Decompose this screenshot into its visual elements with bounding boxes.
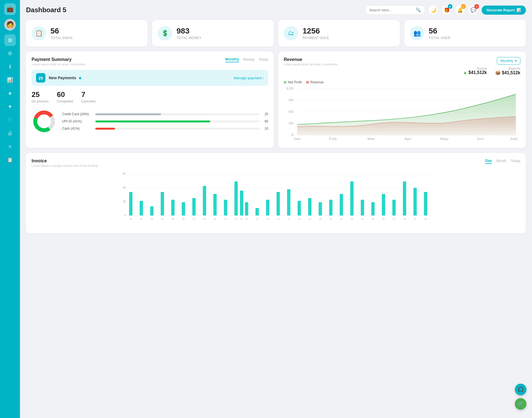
svg-text:30: 30 [424,218,427,220]
bell-icon-button[interactable]: 🔔 12 [455,5,465,15]
income-value: ▲ $41,512k [463,70,487,75]
sidebar-item-settings[interactable]: ⚙ [4,48,16,59]
svg-text:24: 24 [361,218,364,220]
sidebar-item-favorites[interactable]: ★ [4,88,16,99]
svg-rect-38 [182,202,185,216]
search-box[interactable]: 🔍 [365,5,425,15]
tab-today[interactable]: Today [259,57,268,62]
svg-text:60: 60 [289,110,294,113]
svg-text:26: 26 [382,218,385,220]
tab-today[interactable]: Today [511,158,520,164]
svg-text:120: 120 [286,87,294,90]
stat-payment-label: PAYMENT SALE [303,36,329,40]
stat-user-number: 56 [429,27,451,35]
svg-rect-70 [340,194,343,216]
revenue-area-chart: 120 90 60 30 0 [284,86,520,141]
gift-icon-button[interactable]: 🎁 2 [442,5,452,15]
invoice-tab-group: Day Month Today [485,158,520,164]
svg-text:20: 20 [123,200,126,203]
tab-month[interactable]: Month [496,158,506,164]
gift-badge: 2 [448,4,452,9]
svg-rect-46 [224,200,227,216]
sidebar-item-info[interactable]: ℹ [4,61,16,73]
svg-text:90: 90 [289,99,294,102]
pbar-credit: Credit Card (24%) 25 [62,112,268,116]
sidebar-item-analytics[interactable]: 📊 [4,74,16,86]
income-item: Income ▲ $41,512k [463,67,487,75]
svg-rect-62 [298,201,301,216]
header: Dashboard 5 🔍 🌙 🎁 2 🔔 12 💬 5 Generate Re… [26,5,526,15]
svg-rect-72 [350,181,354,216]
svg-rect-80 [392,200,396,216]
on-process-label: On process [32,99,48,103]
stat-card-user: 👥 56 TOTAL USER [404,20,526,47]
svg-text:08: 08 [203,218,206,220]
revenue-title: Revenue [284,57,338,62]
manage-payment-link[interactable]: Manage payment › [234,76,264,80]
stat-money-info: 983 TOTAL MONEY [177,27,201,40]
sidebar-logo[interactable]: 💼 [4,3,16,15]
support-fab[interactable]: 🎧 [515,384,526,395]
stat-email-number: 56 [50,27,73,35]
search-input[interactable] [369,8,413,12]
income-label: Income [463,67,487,70]
svg-text:30: 30 [289,122,294,125]
sidebar-item-list[interactable]: 📋 [4,154,16,166]
sidebar-item-wishlist[interactable]: ♡ [4,114,16,126]
svg-text:29: 29 [414,218,416,220]
payment-summary-header: Payment Summary Lorem ipsum dolor sit am… [32,57,268,66]
chat-icon-button[interactable]: 💬 5 [468,5,478,15]
stat-money-number: 983 [177,27,201,35]
canceled-label: Canceled [81,99,95,103]
cart-fab[interactable]: 🛒 [515,398,526,410]
invoice-title: Invoice [32,158,98,163]
svg-rect-76 [371,202,375,216]
svg-text:11: 11 [235,218,237,220]
tab-weekly[interactable]: Weekly [243,57,255,62]
tab-day[interactable]: Day [485,158,492,164]
generate-report-button[interactable]: Generate Report 📊 [482,6,526,15]
revenue-subtitle: Lorem ipsum dolor sit amet, consectetur [284,63,338,66]
sidebar-item-likes[interactable]: ♥ [4,101,16,112]
invoice-subtitle: Lorem Ipsum is simply dummy text of the … [32,164,98,167]
donut-chart [32,109,57,134]
expense-label: Expense [495,67,520,70]
pbar-cash-fill [95,128,115,130]
svg-rect-36 [171,200,175,216]
tab-monthly[interactable]: Monthly [225,57,239,62]
payment-tab-group: Monthly Weekly Today [225,57,268,62]
new-payments-bar: 25 New Payments Manage payment › [32,70,268,86]
stat-canceled: 7 Canceled [81,90,95,103]
sidebar-item-menu[interactable]: ≡ [4,141,16,152]
pbar-cash-label: Cash (41%) [62,127,93,130]
svg-text:07: 07 [193,218,195,220]
new-payments-count: 25 [36,73,45,83]
svg-rect-56 [266,200,269,216]
svg-text:40: 40 [123,186,126,189]
svg-rect-34 [161,192,164,216]
new-payments-label: New Payments [49,76,81,80]
theme-toggle-button[interactable]: 🌙 [428,5,438,15]
bell-badge: 12 [461,4,466,9]
fab-container: 🎧 🛒 [515,384,526,410]
sidebar-item-dashboard[interactable]: ⊞ [4,34,16,46]
svg-text:60: 60 [123,172,126,175]
svg-text:July: July [510,137,518,140]
header-right: 🔍 🌙 🎁 2 🔔 12 💬 5 Generate Report 📊 [365,5,526,15]
search-icon: 🔍 [416,7,421,12]
revenue-header: Revenue Lorem ipsum dolor sit amet, cons… [284,57,520,78]
pbar-upi-fill [95,120,210,122]
revenue-monthly-select[interactable]: Monthly ▾ [497,57,520,65]
chart-icon: 📊 [516,8,521,12]
svg-text:15: 15 [267,218,269,220]
pbar-credit-label: Credit Card (24%) [62,112,93,116]
sidebar-item-print[interactable]: 🖨 [4,127,16,139]
svg-text:01: 01 [130,218,132,220]
svg-rect-86 [424,192,427,216]
svg-text:25: 25 [372,218,374,220]
stat-card-payment: 🗂 1256 PAYMENT SALE [278,20,400,47]
avatar[interactable]: 🧑 [4,19,16,30]
new-payments-left: 25 New Payments [36,73,81,83]
svg-rect-52 [245,202,248,216]
stats-row: 📋 56 TOTAL EMAIL 💲 983 TOTAL MONEY 🗂 125… [26,20,526,47]
